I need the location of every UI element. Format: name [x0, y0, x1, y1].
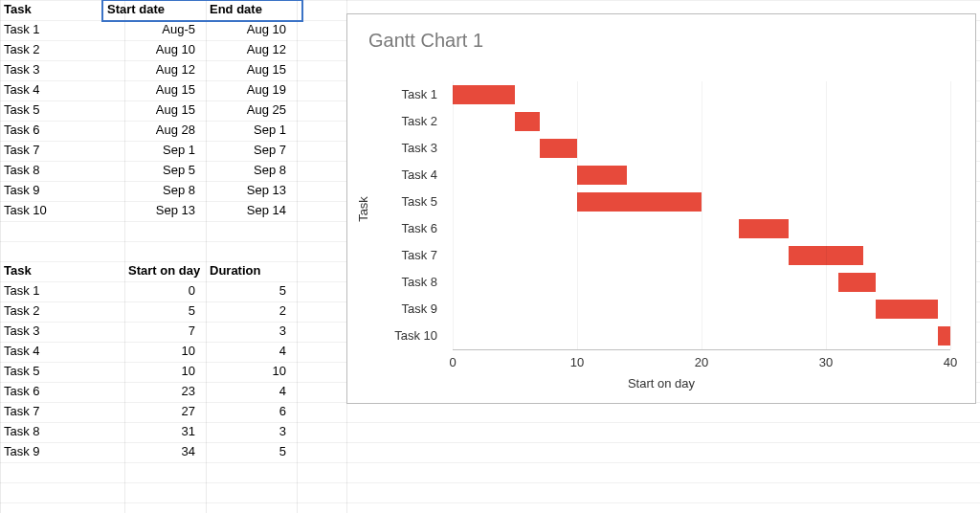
t1-end[interactable]: Aug 19 [206, 80, 290, 100]
t1-start[interactable]: Aug 10 [124, 40, 199, 60]
t2-task[interactable]: Task 3 [0, 322, 124, 342]
t2-start[interactable]: 34 [124, 442, 199, 462]
t1-start[interactable]: Sep 5 [124, 161, 199, 181]
t1-task[interactable]: Task 1 [0, 20, 124, 40]
t1-end[interactable]: Sep 14 [206, 201, 290, 221]
category-label: Task 4 [347, 166, 445, 185]
x-tick-label: 40 [939, 355, 962, 369]
gantt-chart[interactable]: Gantt Chart 1 Task Task 1Task 2Task 3Tas… [346, 13, 976, 404]
t2-task[interactable]: Task 8 [0, 422, 124, 442]
t2-dur[interactable]: 4 [206, 382, 290, 402]
t2-task[interactable]: Task 9 [0, 442, 124, 462]
x-tick-label: 20 [690, 355, 713, 369]
t2-dur[interactable]: 5 [206, 281, 290, 301]
t1-start[interactable]: Aug 12 [124, 60, 199, 80]
x-axis-title: Start on day [347, 376, 975, 390]
t1-task[interactable]: Task 6 [0, 121, 124, 141]
t1-task[interactable]: Task 4 [0, 80, 124, 100]
gantt-bar [938, 326, 950, 346]
t1-start[interactable]: Aug 15 [124, 80, 199, 100]
x-tick-label: 10 [566, 355, 589, 369]
t2-dur[interactable]: 5 [206, 442, 290, 462]
t1-task[interactable]: Task 9 [0, 181, 124, 201]
t1-task[interactable]: Task 8 [0, 161, 124, 181]
gridline [453, 81, 454, 349]
t1-header-task[interactable]: Task [0, 0, 101, 20]
gridline [826, 81, 827, 349]
t1-end[interactable]: Aug 10 [206, 20, 290, 40]
t2-header-dur[interactable]: Duration [206, 261, 297, 281]
t2-start[interactable]: 5 [124, 301, 199, 322]
t2-start[interactable]: 10 [124, 362, 199, 382]
t1-start[interactable]: Sep 8 [124, 181, 199, 201]
gantt-bar [515, 112, 540, 131]
t1-start[interactable]: Sep 1 [124, 141, 199, 161]
x-tick-label: 30 [814, 355, 837, 369]
t2-task[interactable]: Task 7 [0, 402, 124, 422]
category-label: Task 6 [347, 219, 445, 238]
t1-start[interactable]: Sep 13 [124, 201, 199, 221]
t2-task[interactable]: Task 1 [0, 281, 124, 301]
t1-end[interactable]: Aug 15 [206, 60, 290, 80]
t1-header-start[interactable]: Start date [103, 0, 199, 20]
t1-end[interactable]: Sep 1 [206, 121, 290, 141]
t2-start[interactable]: 27 [124, 402, 199, 422]
t1-task[interactable]: Task 3 [0, 60, 124, 80]
t1-end[interactable]: Aug 12 [206, 40, 290, 60]
category-label: Task 5 [347, 192, 445, 212]
t2-dur[interactable]: 10 [206, 362, 290, 382]
t2-task[interactable]: Task 5 [0, 362, 124, 382]
gantt-bar [838, 273, 876, 292]
t1-task[interactable]: Task 7 [0, 141, 124, 161]
t1-start[interactable]: Aug-5 [124, 20, 199, 40]
t1-end[interactable]: Sep 7 [206, 141, 290, 161]
t2-start[interactable]: 7 [124, 322, 199, 342]
t2-task[interactable]: Task 2 [0, 301, 124, 322]
gantt-bar [577, 192, 702, 212]
t2-dur[interactable]: 2 [206, 301, 290, 322]
t1-header-end[interactable]: End date [206, 0, 292, 20]
gridline [702, 81, 702, 349]
category-label: Task 2 [347, 112, 445, 131]
t2-header-start[interactable]: Start on day [124, 261, 206, 281]
category-label: Task 9 [347, 300, 445, 319]
chart-title: Gantt Chart 1 [368, 30, 483, 52]
t1-task[interactable]: Task 2 [0, 40, 124, 60]
x-tick-label: 0 [441, 355, 464, 369]
t1-start[interactable]: Aug 28 [124, 121, 199, 141]
x-axis [453, 349, 950, 350]
category-label: Task 8 [347, 273, 445, 292]
gantt-bar [876, 300, 938, 319]
t2-task[interactable]: Task 6 [0, 382, 124, 402]
t2-header-task[interactable]: Task [0, 261, 124, 281]
category-label: Task 1 [347, 85, 445, 104]
t2-start[interactable]: 23 [124, 382, 199, 402]
category-label: Task 3 [347, 139, 445, 158]
category-label: Task 10 [347, 326, 445, 346]
spreadsheet-page: { "columns": {"A":0,"Aw":130,"B":130,"Bw… [0, 0, 980, 513]
gantt-bar [540, 139, 577, 158]
t1-end[interactable]: Sep 13 [206, 181, 290, 201]
t1-end[interactable]: Aug 25 [206, 100, 290, 121]
gridline [950, 81, 951, 349]
t2-start[interactable]: 31 [124, 422, 199, 442]
t2-task[interactable]: Task 4 [0, 342, 124, 362]
t2-start[interactable]: 0 [124, 281, 199, 301]
gantt-bar [577, 166, 627, 185]
t2-dur[interactable]: 4 [206, 342, 290, 362]
t2-dur[interactable]: 3 [206, 322, 290, 342]
gridline [577, 81, 578, 349]
t1-end[interactable]: Sep 8 [206, 161, 290, 181]
t2-dur[interactable]: 3 [206, 422, 290, 442]
t2-dur[interactable]: 6 [206, 402, 290, 422]
t1-task[interactable]: Task 5 [0, 100, 124, 121]
category-label: Task 7 [347, 246, 445, 265]
t2-start[interactable]: 10 [124, 342, 199, 362]
t1-start[interactable]: Aug 15 [124, 100, 199, 121]
t1-task[interactable]: Task 10 [0, 201, 124, 221]
gantt-bar [739, 219, 789, 238]
gantt-bar [453, 85, 515, 104]
